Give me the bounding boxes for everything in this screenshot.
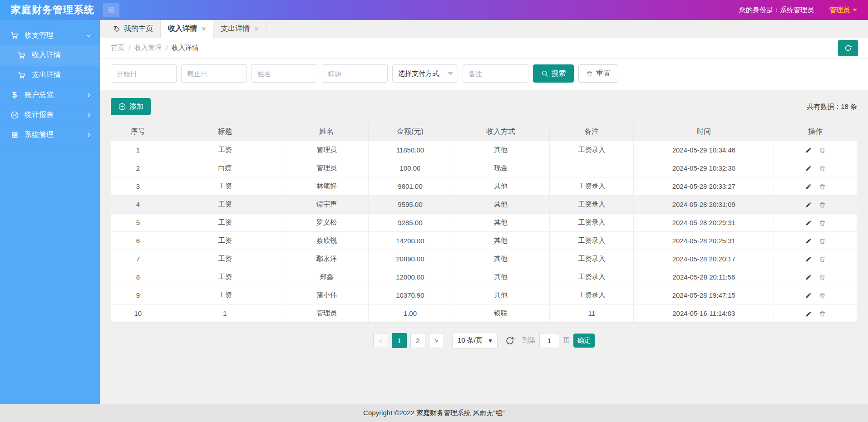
- cell-method: 其他: [452, 286, 549, 304]
- dollar-icon: $: [12, 90, 17, 100]
- pay-method-select[interactable]: 选择支付方式: [392, 64, 458, 83]
- next-page-button[interactable]: >: [429, 333, 444, 348]
- cell-name: 管理员: [285, 159, 369, 177]
- column-header: 标题: [165, 123, 285, 141]
- cell-actions: [774, 159, 857, 177]
- goto-confirm-button[interactable]: 确定: [573, 334, 595, 348]
- edit-icon[interactable]: [805, 165, 812, 172]
- trash-icon: [819, 238, 826, 245]
- trash-icon: [819, 256, 826, 263]
- cell-title: 1: [165, 304, 285, 322]
- refresh-button[interactable]: [838, 40, 858, 56]
- cell-actions: [774, 141, 857, 159]
- page-size-select[interactable]: 10 条/页 ▼: [452, 333, 498, 348]
- column-header: 操作: [774, 123, 857, 141]
- delete-icon[interactable]: [819, 274, 826, 281]
- edit-icon[interactable]: [805, 238, 812, 244]
- add-button[interactable]: 添加: [111, 98, 151, 115]
- cell-method: 其他: [452, 231, 549, 250]
- delete-icon[interactable]: [819, 165, 826, 172]
- breadcrumb-item-income-mgmt[interactable]: 收入管理: [134, 44, 162, 52]
- edit-icon: [805, 220, 812, 226]
- cell-note: 工资录入: [549, 268, 634, 286]
- sidebar-sub-item[interactable]: 收入详情: [0, 45, 100, 65]
- cell-title: 工资: [165, 231, 285, 250]
- edit-icon[interactable]: [805, 256, 812, 262]
- chevron-down-icon: ▼: [488, 338, 493, 344]
- edit-icon[interactable]: [805, 274, 812, 280]
- delete-icon[interactable]: [819, 183, 826, 190]
- title-input[interactable]: [322, 64, 388, 83]
- cell-actions: [774, 177, 857, 195]
- end-date-input[interactable]: [181, 64, 247, 83]
- cell-time: 2024-05-28 20:31:09: [634, 195, 774, 213]
- sidebar-group-item[interactable]: 收支管理: [0, 25, 100, 45]
- prev-page-button[interactable]: <: [373, 333, 388, 348]
- delete-icon[interactable]: [819, 147, 826, 154]
- delete-icon[interactable]: [819, 201, 826, 208]
- cell-method: 其他: [452, 141, 549, 159]
- chevron-right-icon: [86, 92, 92, 98]
- cell-method: 其他: [452, 177, 549, 195]
- note-input[interactable]: [463, 64, 528, 83]
- edit-icon[interactable]: [805, 220, 812, 226]
- cell-no: 9: [111, 286, 165, 304]
- cell-no: 3: [111, 177, 165, 195]
- cell-no: 10: [111, 304, 165, 322]
- reset-button[interactable]: 重置: [578, 64, 618, 83]
- edit-icon[interactable]: [805, 183, 812, 190]
- sidebar-group-item[interactable]: 系统管理: [0, 125, 100, 145]
- close-icon[interactable]: ×: [202, 25, 206, 33]
- edit-icon[interactable]: [805, 292, 812, 299]
- edit-icon[interactable]: [805, 201, 812, 208]
- delete-icon[interactable]: [819, 256, 826, 263]
- trash-icon: [819, 165, 826, 172]
- edit-icon[interactable]: [805, 311, 812, 317]
- cell-amount: 10370.90: [368, 286, 452, 304]
- table-row: 9 工资 蒲小伟 10370.90 其他 工资录入 2024-05-28 19:…: [111, 286, 857, 304]
- start-date-input[interactable]: [111, 64, 177, 83]
- delete-icon[interactable]: [819, 292, 826, 299]
- pagination-refresh-icon[interactable]: [505, 336, 515, 346]
- cell-time: 2024-05-28 20:29:31: [634, 213, 774, 231]
- sidebar-group-item[interactable]: $ 账户总览: [0, 85, 100, 105]
- cell-name: 蒲小伟: [285, 286, 369, 304]
- edit-icon: [805, 147, 812, 153]
- column-header: 序号: [111, 123, 165, 141]
- delete-icon[interactable]: [819, 220, 826, 226]
- cell-name: 罗义松: [285, 213, 369, 231]
- breadcrumb-separator: /: [166, 44, 168, 52]
- tab-item[interactable]: 我的主页: [106, 20, 161, 38]
- cell-title: 工资: [165, 177, 285, 195]
- close-icon[interactable]: ×: [254, 25, 258, 33]
- delete-icon[interactable]: [819, 310, 826, 317]
- page-number-button[interactable]: 1: [392, 333, 407, 348]
- page-number-button[interactable]: 2: [410, 333, 425, 348]
- cell-title: 工资: [165, 213, 285, 231]
- cell-time: 2024-05-28 20:20:17: [634, 250, 774, 268]
- tab-item[interactable]: 收入详情 ×: [161, 20, 213, 38]
- page-size-value: 10 条/页: [458, 336, 483, 345]
- breadcrumb-item-home[interactable]: 首页: [111, 44, 124, 52]
- user-menu[interactable]: 管理员: [829, 6, 857, 15]
- sidebar-sub-item[interactable]: 支出详情: [0, 65, 100, 85]
- column-header: 姓名: [285, 123, 369, 141]
- toolbar: 添加 共有数据：18 条: [100, 90, 868, 115]
- table-row: 3 工资 林颂好 9801.00 其他 工资录入 2024-05-28 20:3…: [111, 177, 857, 195]
- search-button[interactable]: 搜索: [533, 64, 574, 83]
- cell-note: 工资录入: [549, 177, 634, 195]
- tab-item[interactable]: 支出详情 ×: [213, 20, 266, 38]
- name-input[interactable]: [252, 64, 317, 83]
- cell-amount: 100.00: [368, 159, 452, 177]
- cell-note: 工资录入: [549, 141, 634, 159]
- menu-toggle-button[interactable]: [103, 3, 119, 17]
- cell-title: 工资: [165, 195, 285, 213]
- main-area: 我的主页 收入详情 × 支出详情 × 首页 / 收入管理 / 收入详情 选择支付…: [100, 20, 868, 404]
- edit-icon: [805, 201, 812, 208]
- cell-no: 1: [111, 141, 165, 159]
- sidebar-group-item[interactable]: 统计报表: [0, 105, 100, 125]
- delete-icon[interactable]: [819, 238, 826, 245]
- cell-actions: [774, 286, 857, 304]
- edit-icon[interactable]: [805, 147, 812, 153]
- goto-page-input[interactable]: [539, 333, 559, 348]
